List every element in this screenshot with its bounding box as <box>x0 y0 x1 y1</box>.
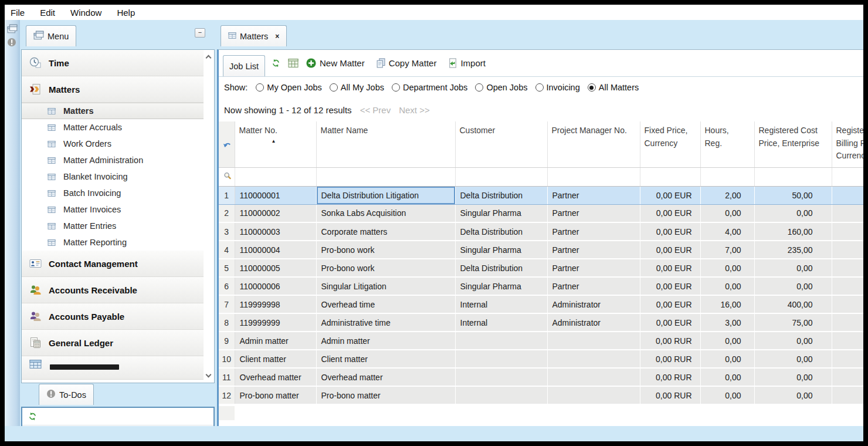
cell-matter-name[interactable]: Sonka Labs Acquisition <box>316 204 455 222</box>
scroll-up-icon[interactable] <box>206 55 212 61</box>
table-row[interactable]: 1110000001Delta Distribution LitigationD… <box>219 186 863 204</box>
cell-fixed-price-currency[interactable]: 0,00 EUR <box>640 313 700 332</box>
cell-matter-name[interactable]: Administrative time <box>316 313 455 332</box>
cell-hours-reg[interactable]: 16,00 <box>700 295 754 313</box>
cell-matter-name[interactable]: Singular Litigation <box>316 277 455 295</box>
cell-fixed-price-currency[interactable]: 0,00 EUR <box>640 259 700 277</box>
cell-project-manager-no[interactable]: Administrator <box>547 295 640 313</box>
sidebar-item-matter-administration[interactable]: Matter Administration <box>22 152 204 168</box>
cell-matter-no[interactable]: Overhead matter <box>235 368 316 386</box>
sidebar-item-work-orders[interactable]: Work Orders <box>22 136 204 152</box>
table-row[interactable]: 7119999998Overhead timeInternalAdministr… <box>219 295 863 313</box>
cell-registered-billing-price-currency[interactable] <box>832 277 863 295</box>
new-matter-button[interactable]: New Matter <box>305 56 366 70</box>
cell-customer[interactable]: Singular Pharma <box>455 241 547 259</box>
column-header-fixed-price-currency[interactable]: Fixed Price, Currency <box>640 121 700 167</box>
cell-customer[interactable]: Singular Pharma <box>455 204 547 222</box>
cell-registered-billing-price-currency[interactable] <box>832 332 863 350</box>
sidebar-item-time[interactable]: Time <box>22 50 204 76</box>
cell-matter-no[interactable]: 119999999 <box>235 313 316 332</box>
import-button[interactable]: Import <box>447 56 487 70</box>
cell-project-manager-no[interactable] <box>547 332 640 350</box>
cell-matter-name[interactable]: Admin matter <box>316 332 455 350</box>
sidebar-item-matter-accruals[interactable]: Matter Accruals <box>22 119 204 136</box>
column-header-hours-reg[interactable]: Hours, Reg. <box>700 121 754 167</box>
cell-customer[interactable]: Delta Distribution <box>455 186 547 204</box>
sidebar-item-accounts-payable[interactable]: Accounts Payable <box>22 303 204 330</box>
grid-view-icon[interactable] <box>287 58 300 69</box>
column-header-matter-no[interactable]: Matter No.▲ <box>235 121 316 167</box>
column-header-registered-cost-price-enterprise[interactable]: Registered Cost Price, Enterprise <box>754 121 832 167</box>
cell-registered-cost-price-enterprise[interactable]: 160,00 <box>754 222 832 241</box>
cell-matter-no[interactable]: 110000006 <box>235 277 316 295</box>
cell-hours-reg[interactable]: 0,00 <box>700 368 754 386</box>
cell-matter-no[interactable]: Pro-bono matter <box>235 386 316 404</box>
cell-matter-name[interactable]: Client matter <box>316 350 455 368</box>
table-row[interactable]: 8119999999Administrative timeInternalAdm… <box>219 313 863 332</box>
column-header-customer[interactable]: Customer <box>455 121 547 167</box>
cell-registered-billing-price-currency[interactable] <box>832 186 863 204</box>
cell-fixed-price-currency[interactable]: 0,00 RUR <box>640 350 700 368</box>
cell-customer[interactable] <box>455 368 547 386</box>
cell-project-manager-no[interactable] <box>547 368 640 386</box>
table-row[interactable]: 6110000006Singular LitigationSingular Ph… <box>219 277 863 295</box>
table-row[interactable]: 3110000003Corporate mattersDelta Distrib… <box>219 222 863 241</box>
cell-registered-cost-price-enterprise[interactable]: 0,00 <box>754 350 832 368</box>
sidebar-item-matter-reporting[interactable]: Matter Reporting <box>22 234 204 251</box>
cell-matter-no[interactable]: 110000004 <box>235 241 316 259</box>
tab-matters[interactable]: Matters × <box>221 25 287 46</box>
cell-hours-reg[interactable]: 0,00 <box>700 277 754 295</box>
column-header-registered-billing-price-currency[interactable]: Registered Billing Price, Currency <box>832 121 863 167</box>
cell-matter-no[interactable]: 110000002 <box>235 204 316 222</box>
cell-customer[interactable]: Internal <box>455 313 547 332</box>
cell-registered-cost-price-enterprise[interactable]: 0,00 <box>754 204 832 222</box>
menu-panel-icon[interactable] <box>7 24 18 33</box>
cell-registered-billing-price-currency[interactable] <box>832 222 863 241</box>
prev-page-link[interactable]: << Prev <box>360 105 391 115</box>
cell-hours-reg[interactable]: 2,00 <box>700 186 754 204</box>
cell-registered-cost-price-enterprise[interactable]: 0,00 <box>754 368 832 386</box>
table-row[interactable]: 11Overhead matterOverhead matter0,00 RUR… <box>219 368 863 386</box>
cell-customer[interactable]: Singular Pharma <box>455 277 547 295</box>
cell-project-manager-no[interactable]: Partner <box>547 259 640 277</box>
cell-matter-name[interactable]: Overhead matter <box>316 368 455 386</box>
tab-job-list[interactable]: Job List <box>223 55 265 76</box>
cell-hours-reg[interactable]: 3,00 <box>700 313 754 332</box>
sidebar-item-blanket-invoicing[interactable]: Blanket Invoicing <box>22 168 204 185</box>
cell-hours-reg[interactable]: 0,00 <box>700 386 754 404</box>
sidebar-item-matter-invoices[interactable]: Matter Invoices <box>22 201 204 218</box>
cell-fixed-price-currency[interactable]: 0,00 EUR <box>640 295 700 313</box>
next-page-link[interactable]: Next >> <box>399 105 430 115</box>
cell-fixed-price-currency[interactable]: 0,00 EUR <box>640 186 700 204</box>
refresh-icon[interactable] <box>27 411 38 422</box>
cell-matter-no[interactable]: Admin matter <box>235 332 316 350</box>
cell-hours-reg[interactable]: 7,00 <box>700 241 754 259</box>
filter-cell-hours-reg[interactable] <box>700 167 754 186</box>
cell-hours-reg[interactable]: 0,00 <box>700 332 754 350</box>
table-row[interactable]: 5110000005Pro-bono workDelta Distributio… <box>219 259 863 277</box>
column-header-matter-name[interactable]: Matter Name <box>316 121 455 167</box>
cell-registered-billing-price-currency[interactable] <box>832 368 863 386</box>
table-row[interactable]: 2110000002Sonka Labs AcquisitionSingular… <box>219 204 863 222</box>
cell-customer[interactable] <box>455 332 547 350</box>
cell-registered-cost-price-enterprise[interactable]: 75,00 <box>754 313 832 332</box>
cell-registered-billing-price-currency[interactable] <box>832 241 863 259</box>
menu-help[interactable]: Help <box>117 8 135 18</box>
cell-registered-billing-price-currency[interactable] <box>832 204 863 222</box>
cell-customer[interactable] <box>455 386 547 404</box>
sidebar-item-accounts-receivable[interactable]: Accounts Receivable <box>22 277 204 303</box>
radio-department-jobs[interactable]: Department Jobs <box>392 83 467 92</box>
cell-matter-name[interactable]: Pro-bono work <box>316 241 455 259</box>
cell-matter-no[interactable]: 110000005 <box>235 259 316 277</box>
cell-project-manager-no[interactable] <box>547 350 640 368</box>
cell-fixed-price-currency[interactable]: 0,00 EUR <box>640 277 700 295</box>
sidebar-scrollbar[interactable] <box>204 50 214 383</box>
cell-fixed-price-currency[interactable]: 0,00 RUR <box>640 386 700 404</box>
sidebar-item-batch-invoicing[interactable]: Batch Invoicing <box>22 185 204 201</box>
cell-hours-reg[interactable]: 0,00 <box>700 350 754 368</box>
cell-matter-name[interactable]: Pro-bono work <box>316 259 455 277</box>
cell-customer[interactable]: Delta Distribution <box>455 222 547 241</box>
tab-todos[interactable]: To-Dos <box>39 384 94 405</box>
cell-fixed-price-currency[interactable]: 0,00 EUR <box>640 204 700 222</box>
cell-matter-name[interactable]: Pro-bono matter <box>316 386 455 404</box>
